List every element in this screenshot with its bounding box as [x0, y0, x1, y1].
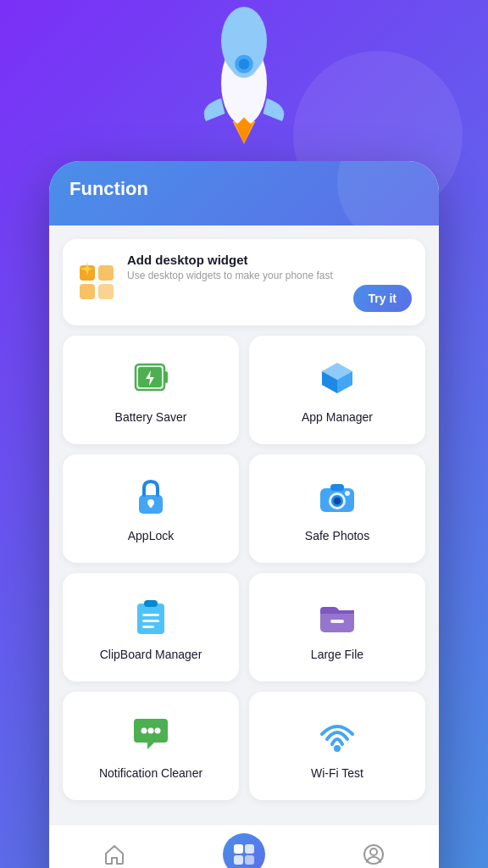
safe-photos-label: Safe Photos: [305, 529, 369, 542]
widget-icon: [76, 262, 117, 303]
svg-rect-9: [80, 284, 95, 299]
me-icon: [363, 843, 385, 865]
feature-card-app-manager[interactable]: App Manager: [249, 336, 425, 444]
feature-card-safe-photos[interactable]: Safe Photos: [249, 454, 425, 563]
applock-label: AppLock: [128, 529, 174, 542]
svg-rect-41: [234, 844, 243, 854]
widget-card: Add desktop widget Use desktop widgets t…: [63, 239, 425, 326]
widget-text: Add desktop widget Use desktop widgets t…: [127, 253, 412, 281]
app-manager-label: App Manager: [302, 410, 373, 424]
feature-card-wifi-test[interactable]: Wi-Fi Test: [249, 692, 425, 800]
phone-container: Function Add desktop widget: [49, 161, 439, 868]
home-icon: [103, 843, 125, 865]
feature-card-clipboard-manager[interactable]: ClipBoard Manager: [63, 573, 239, 682]
svg-rect-32: [142, 614, 159, 616]
svg-rect-31: [144, 600, 158, 607]
large-file-label: Large File: [311, 648, 363, 661]
svg-rect-23: [149, 503, 152, 508]
svg-point-37: [141, 728, 147, 734]
svg-rect-43: [234, 855, 243, 865]
nav-function-circle: [223, 833, 265, 868]
nav-item-home[interactable]: Home: [80, 843, 148, 868]
notification-cleaner-label: Notification Cleaner: [99, 766, 202, 780]
phone-body: Add desktop widget Use desktop widgets t…: [49, 225, 439, 824]
svg-point-46: [370, 849, 377, 855]
svg-point-38: [148, 728, 154, 734]
function-icon: [232, 843, 256, 866]
svg-rect-25: [330, 484, 344, 491]
widget-card-content: Add desktop widget Use desktop widgets t…: [127, 253, 412, 312]
battery-saver-icon: [129, 356, 173, 400]
rocket-illustration: [0, 0, 488, 161]
feature-card-battery-saver[interactable]: Battery Saver: [63, 336, 239, 444]
rocket-svg: [159, 0, 329, 144]
svg-rect-34: [142, 626, 154, 628]
svg-rect-42: [245, 844, 254, 854]
svg-rect-14: [164, 371, 168, 383]
safe-photos-icon: [315, 475, 359, 519]
feature-grid: Battery Saver App Manager: [63, 336, 425, 800]
nav-item-function[interactable]: Function: [210, 833, 278, 868]
svg-point-40: [334, 745, 341, 752]
battery-saver-label: Battery Saver: [115, 410, 187, 424]
widget-title: Add desktop widget: [127, 253, 412, 267]
svg-point-5: [239, 58, 250, 70]
svg-rect-30: [137, 604, 164, 634]
large-file-icon: [315, 593, 359, 637]
try-it-button[interactable]: Try it: [353, 285, 412, 312]
svg-rect-36: [330, 620, 344, 623]
feature-card-notification-cleaner[interactable]: Notification Cleaner: [63, 692, 239, 800]
clipboard-manager-icon: [129, 593, 173, 637]
nav-item-me[interactable]: Me: [340, 843, 408, 868]
clipboard-manager-label: ClipBoard Manager: [100, 648, 202, 661]
svg-point-29: [345, 491, 350, 496]
svg-point-39: [155, 728, 161, 734]
wifi-test-label: Wi-Fi Test: [311, 766, 363, 780]
app-manager-icon: [315, 356, 359, 400]
widget-description: Use desktop widgets to make your phone f…: [127, 270, 412, 281]
svg-point-28: [334, 498, 341, 504]
page-title: Function: [69, 178, 148, 199]
feature-card-large-file[interactable]: Large File: [249, 573, 425, 682]
svg-rect-8: [98, 265, 114, 281]
svg-rect-44: [245, 855, 254, 865]
bottom-nav: Home Function Me: [49, 824, 439, 868]
wifi-test-icon: [315, 712, 359, 756]
phone-header: Function: [49, 161, 439, 225]
applock-icon: [129, 475, 173, 519]
svg-rect-10: [98, 284, 114, 299]
notification-cleaner-icon: [129, 712, 173, 756]
svg-rect-33: [142, 620, 159, 622]
feature-card-applock[interactable]: AppLock: [63, 454, 239, 563]
